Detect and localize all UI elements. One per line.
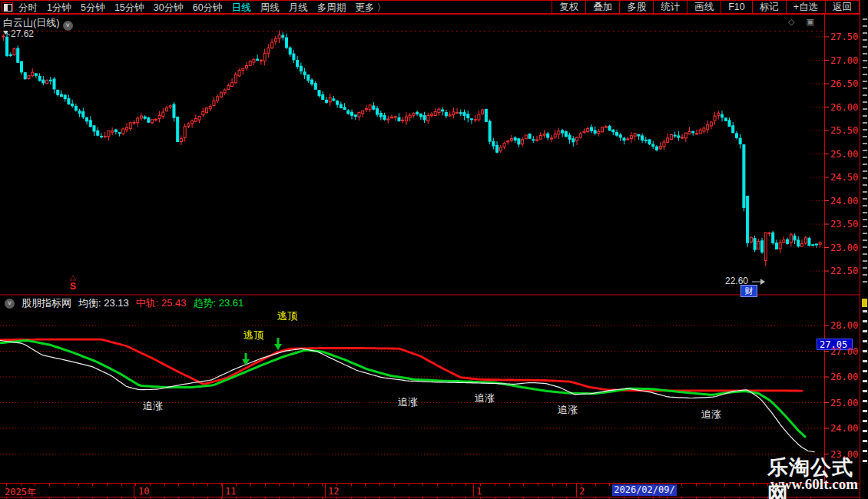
right-edge-toolbar[interactable] [860,0,868,499]
candle-body [202,111,204,114]
time-axis-tick [236,484,237,486]
toolbar-item-月线[interactable]: 月线 [289,2,308,15]
time-axis[interactable]: 2025年10111212 [0,483,868,497]
time-axis-tick [178,484,179,486]
candle-body [663,142,665,147]
time-axis-tick [49,484,50,486]
chart-canvas[interactable] [0,0,868,499]
candle-body [644,140,647,140]
time-axis-tick [509,484,510,486]
time-axis-tick [552,484,553,486]
toolbar-item-周线[interactable]: 周线 [260,2,280,15]
toolbar-item-叠加[interactable]: 叠加 [586,1,620,14]
candle-body [608,126,611,131]
candle-body [68,98,70,104]
window-control-icons[interactable]: ◇ ▣ [788,17,819,27]
toolbar-item-多股[interactable]: 多股 [620,1,654,14]
toolbar-item-15分钟[interactable]: 15分钟 [114,2,144,15]
candle-body [543,134,545,136]
candle-body [340,104,342,107]
toolbar-item-F10[interactable]: F10 [721,1,753,14]
candle-body [111,131,114,133]
layout-icon[interactable] [2,2,13,12]
candle-body [154,119,157,120]
news-badge[interactable]: 财 [740,285,757,297]
toolbar-item-1分钟[interactable]: 1分钟 [47,2,71,15]
candle-body [630,136,632,139]
toolbar-item-复权[interactable]: 复权 [552,1,586,14]
toolbar-item-+自选[interactable]: +自选 [787,1,826,14]
candle-body [688,131,691,134]
candle-body [267,48,270,53]
candle-body [347,111,350,114]
candle-body [659,147,661,149]
candle-body [387,119,389,120]
candle-body [354,115,356,117]
candle-body [147,118,150,123]
candle-body [703,128,705,131]
chevron-down-icon[interactable]: ˅ [63,21,73,31]
candle-body [351,112,353,115]
candle-body [64,95,66,98]
candle-body [322,94,324,99]
toolbar-item-日线[interactable]: 日线 [232,2,251,15]
toolbar-item-返回[interactable]: 返回 [826,1,860,14]
price-axis-label: 26.50 [830,79,858,88]
candle-body [598,132,600,134]
toolbar-item-分时[interactable]: 分时 [18,2,38,15]
time-axis-tick [336,484,337,486]
candle-body [17,48,19,62]
price-axis-label: 23.50 [830,220,858,229]
time-axis-tick [465,484,466,486]
candle-body [503,144,505,147]
candle-body [303,72,306,75]
candle-body [655,147,658,150]
toolbar-item-5分钟[interactable]: 5分钟 [81,2,105,15]
candle-body [754,239,756,250]
candle-body [282,35,284,38]
right-strip-marks [863,310,867,464]
candle-body [812,245,814,246]
candle-body [133,122,135,123]
toolbar-item-60分钟[interactable]: 60分钟 [193,2,223,15]
low-arrow-head [760,279,765,285]
candle-body [550,138,552,139]
candle-body [144,117,146,118]
toolbar-item-30分钟[interactable]: 30分钟 [154,2,184,15]
time-axis-label: 10 [138,486,149,497]
app-window: 分时1分钟5分钟15分钟30分钟60分钟日线周线月线多周期更多 〉 复权叠加多股… [0,0,868,499]
candle-body [409,115,411,117]
candle-body [13,49,15,55]
candle-body [325,100,327,102]
toolbar-item-多周期[interactable]: 多周期 [317,2,346,15]
toolbar-item-画线[interactable]: 画线 [687,1,721,14]
candle-body [565,132,567,137]
candle-body [31,72,34,76]
time-axis-tick [64,484,65,486]
toolbar-item-统计[interactable]: 统计 [654,1,687,14]
time-axis-tick [221,484,222,486]
candle-body [412,114,415,116]
candle-body [707,125,709,130]
toolbar-item-标记[interactable]: 标记 [753,1,787,14]
candle-body [9,55,12,55]
price-axis-label: 25.50 [830,126,858,135]
chase-rise-label: 追涨 [701,408,721,421]
time-axis-tick [409,484,409,486]
chevron-down-icon[interactable]: ˅ [5,299,15,309]
toolbar-item-更多 〉[interactable]: 更多 〉 [355,2,386,15]
candle-body [249,61,251,66]
candle-body [583,131,585,132]
time-axis-tick [379,484,380,486]
tools-menu: 复权叠加多股统计画线F10标记+自选返回 [552,1,860,14]
candle-body [49,80,51,81]
candle-body [470,119,472,120]
candle-body [383,115,386,119]
indicator-value: 趋势: 23.61 [194,296,244,310]
candle-body [394,117,396,117]
candle-body [169,106,171,107]
candle-body [89,121,91,127]
candle-body [739,138,741,144]
candle-body [35,74,37,75]
time-axis-tick [250,484,251,486]
